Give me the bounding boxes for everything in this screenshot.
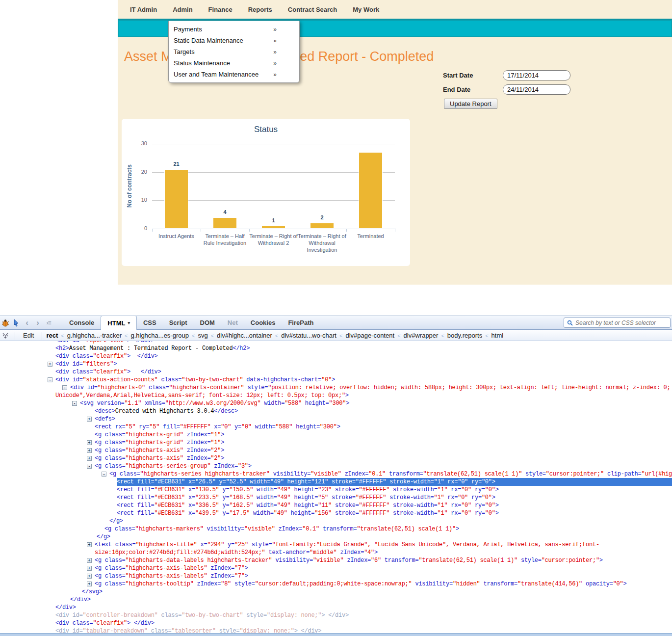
- start-date-input[interactable]: [503, 70, 570, 80]
- expand-icon[interactable]: +: [87, 558, 92, 563]
- collapse-icon[interactable]: -: [102, 472, 106, 477]
- collapse-icon[interactable]: -: [62, 385, 67, 390]
- breadcrumb-item-body-reports[interactable]: body.reports: [447, 332, 482, 339]
- tab-cookies[interactable]: Cookies: [244, 316, 282, 330]
- breadcrumb-item-rect[interactable]: rect: [46, 332, 58, 339]
- nav-item-contract-search[interactable]: Contract Search: [288, 6, 337, 13]
- forward-icon[interactable]: ›: [32, 318, 43, 328]
- code-line[interactable]: <rect fill="#ECB631" x="130.5" y="150.5"…: [0, 486, 672, 494]
- tab-dom[interactable]: DOM: [194, 316, 221, 330]
- code-line[interactable]: <div class="clearfix"> </div>: [0, 619, 672, 627]
- expand-icon[interactable]: +: [87, 566, 92, 571]
- code-line[interactable]: <div id="controller-breakdown" class="tw…: [0, 611, 672, 619]
- code-line[interactable]: +<g class="highcharts-axis" zIndex="2">: [0, 447, 672, 454]
- code-line[interactable]: +<g class="highcharts-axis-labels" zInde…: [0, 572, 672, 580]
- code-line[interactable]: <rect fill="#ECB631" x="336.5" y="162.5"…: [0, 502, 672, 509]
- tab-console[interactable]: Console: [63, 316, 101, 330]
- code-line[interactable]: -<g class="highcharts-series-group" zInd…: [0, 462, 672, 470]
- breadcrumb-item-g-highcha-tracker[interactable]: g.highcha...-tracker: [67, 332, 122, 339]
- code-line[interactable]: <div class="clearfix"> </div>: [0, 352, 672, 360]
- edit-button[interactable]: Edit: [19, 332, 38, 339]
- expand-icon[interactable]: +: [87, 542, 92, 547]
- code-line[interactable]: -<svg version="1.1" xmlns="http://www.w3…: [0, 399, 672, 407]
- breadcrumb-item-div-highc-ontainer[interactable]: div#highc...ontainer: [217, 332, 272, 339]
- code-line[interactable]: +<g class="highcharts-axis-labels" zInde…: [0, 564, 672, 572]
- code-line[interactable]: +<g class="highcharts-grid" zIndex="1">: [0, 439, 672, 447]
- update-report-button[interactable]: Update Report: [444, 99, 497, 109]
- code-line[interactable]: -<div id="status-action-counts" class="t…: [0, 376, 672, 384]
- code-line[interactable]: </svg>: [0, 588, 672, 596]
- code-line[interactable]: </div>: [0, 604, 672, 611]
- end-date-input[interactable]: [503, 84, 570, 95]
- chart-bar-terminated[interactable]: [359, 152, 383, 229]
- firebug-icon[interactable]: [0, 318, 11, 328]
- code-line[interactable]: <g class="highcharts-grid" zIndex="1">: [0, 431, 672, 439]
- code-line[interactable]: </g>: [0, 517, 672, 525]
- tab-firepath[interactable]: FirePath: [282, 316, 320, 330]
- code-line[interactable]: size:16px;color:#274b6d;fill:#274b6d;wid…: [0, 549, 672, 556]
- code-line[interactable]: +<g class="highcharts-data-labels highch…: [0, 556, 672, 564]
- back-icon[interactable]: ‹: [22, 318, 32, 328]
- search-input[interactable]: [575, 319, 667, 326]
- code-line[interactable]: <h2>Asset Management : Terminated Report…: [0, 344, 672, 352]
- breadcrumb-item-html[interactable]: html: [491, 332, 504, 339]
- expand-icon[interactable]: +: [48, 362, 52, 367]
- code-line[interactable]: +<g class="highcharts-tooltip" zIndex="8…: [0, 580, 672, 588]
- tab-script[interactable]: Script: [163, 316, 194, 330]
- expand-icon[interactable]: +: [87, 440, 92, 445]
- code-line[interactable]: <div class="clearfix"> </div>: [0, 368, 672, 376]
- code-line[interactable]: </g>: [0, 533, 672, 541]
- nav-item-it-admin[interactable]: IT Admin: [130, 6, 157, 13]
- code-line[interactable]: </div>: [0, 596, 672, 604]
- code-line[interactable]: <rect fill="#ECB631" x="26.5" y="52.5" w…: [0, 478, 672, 486]
- search-box[interactable]: [564, 318, 671, 328]
- menu-item-targets[interactable]: Targets»: [169, 46, 299, 57]
- breadcrumb-item-div-page-content[interactable]: div#page-content: [345, 332, 394, 339]
- menu-item-user-and-team-maintenancee[interactable]: User and Team Maintenancee»: [169, 69, 299, 80]
- nav-item-my-work[interactable]: My Work: [353, 6, 379, 13]
- expand-icon[interactable]: +: [87, 456, 92, 461]
- code-line[interactable]: <rect rx="5" ry="5" fill="#FFFFFF" x="0"…: [0, 423, 672, 431]
- code-line[interactable]: -<g class="highcharts-series highcharts-…: [0, 470, 672, 478]
- collapse-icon[interactable]: -: [72, 401, 77, 406]
- nav-item-finance[interactable]: Finance: [208, 6, 233, 13]
- breadcrumb-item-div-statu-wo-chart[interactable]: div#statu...wo-chart: [281, 332, 336, 339]
- chart-bar-instruct-agents[interactable]: [164, 169, 188, 229]
- menu-item-status-maintenance[interactable]: Status Maintenance»: [169, 57, 299, 69]
- tab-html[interactable]: HTML▾: [101, 316, 137, 330]
- expand-icon[interactable]: +: [87, 574, 92, 579]
- chart-bar-terminate-right-of-withdrawal-2[interactable]: [261, 226, 285, 229]
- inspect-icon[interactable]: [11, 318, 22, 328]
- expand-icon[interactable]: +: [87, 582, 92, 586]
- code-line[interactable]: +<div id="filters">: [0, 360, 672, 368]
- chart-bar-terminate-half-rule-investigation[interactable]: [213, 217, 237, 229]
- code-line[interactable]: <div id="tabular-breakdown" class="table…: [0, 627, 672, 633]
- nav-item-reports[interactable]: Reports: [248, 6, 272, 13]
- collapse-icon[interactable]: -: [48, 377, 52, 382]
- breadcrumb-item-svg[interactable]: svg: [198, 332, 207, 339]
- code-line[interactable]: <g class="highcharts-markers" visibility…: [0, 525, 672, 533]
- scroll-into-view-icon[interactable]: [0, 330, 11, 341]
- code-line[interactable]: -<div id="highcharts-0" class="highchart…: [0, 384, 672, 392]
- code-line[interactable]: <desc>Created with Highcharts 3.0.4</des…: [0, 407, 672, 415]
- persist-icon[interactable]: ›≡: [43, 318, 54, 328]
- code-line[interactable]: <rect fill="#ECB631" x="439.5" y="17.5" …: [0, 509, 672, 517]
- breadcrumb-item-g-highcha-es-group[interactable]: g.highcha...es-group: [130, 332, 189, 339]
- menu-item-payments[interactable]: Payments»: [169, 24, 299, 35]
- expand-icon[interactable]: +: [87, 417, 92, 422]
- code-line[interactable]: <div id="report-text"> </div>: [0, 341, 672, 344]
- code-line[interactable]: +<defs>: [0, 415, 672, 423]
- code-line[interactable]: Unicode",Verdana,Arial,Helvetica,sans-se…: [0, 392, 672, 399]
- tab-css[interactable]: CSS: [137, 316, 163, 330]
- tab-dropdown-caret-icon[interactable]: ▾: [128, 320, 130, 325]
- menu-item-static-data-maintenance[interactable]: Static Data Maintenance»: [169, 35, 299, 46]
- breadcrumb-item-div-wrapper[interactable]: div#wrapper: [404, 332, 439, 339]
- code-line[interactable]: <rect fill="#ECB631" x="233.5" y="168.5"…: [0, 494, 672, 502]
- chart-bar-terminate-right-of-withdrawal-investigation[interactable]: [310, 223, 334, 229]
- tab-net[interactable]: Net: [221, 316, 244, 330]
- nav-item-admin[interactable]: Admin: [173, 6, 192, 13]
- code-line[interactable]: +<text class="highcharts-title" x="294" …: [0, 541, 672, 549]
- code-line[interactable]: +<g class="highcharts-axis" zIndex="2">: [0, 454, 672, 462]
- collapse-icon[interactable]: -: [87, 464, 92, 469]
- expand-icon[interactable]: +: [87, 448, 92, 453]
